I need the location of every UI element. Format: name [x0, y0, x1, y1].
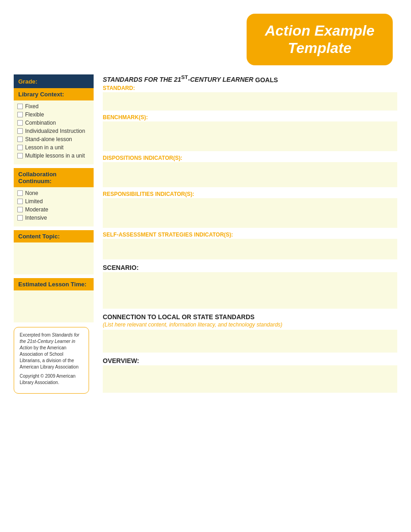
- self-assessment-label: SELF-ASSESSMENT STRATEGIES INDICATOR(S):: [103, 232, 397, 238]
- overview-field[interactable]: [103, 365, 397, 393]
- list-item: Intensive: [17, 215, 90, 221]
- content-topic-header: Content Topic:: [14, 230, 94, 242]
- header: Action Example Template: [0, 0, 411, 74]
- checkbox[interactable]: [17, 207, 23, 212]
- responsibilities-label: RESPONSIBILITIES INDICATOR(S):: [103, 191, 397, 197]
- grade-section: Grade:: [14, 74, 94, 88]
- connection-heading: CONNECTION TO LOCAL OR STATE STANDARDS: [103, 313, 397, 321]
- benchmark-label: BENCHMARK(S):: [103, 114, 397, 121]
- grade-label: Grade:: [18, 78, 37, 85]
- footnote-box: Excerpted from Standards for the 21st-Ce…: [14, 327, 89, 394]
- content-area: STANDARDS FOR THE 21ST-CENTURY LEARNER G…: [103, 74, 397, 397]
- connection-field[interactable]: [103, 330, 397, 353]
- overview-heading: OVERVIEW:: [103, 357, 397, 364]
- content-topic-area: [14, 242, 94, 274]
- scenario-heading: SCENARIO:: [103, 264, 397, 271]
- title-box: Action Example Template: [247, 14, 393, 65]
- checkbox[interactable]: [17, 104, 23, 109]
- scenario-field[interactable]: [103, 272, 397, 309]
- library-context-list: Fixed Flexible Combination Individualize…: [14, 100, 94, 164]
- list-item: Stand-alone lesson: [17, 136, 90, 142]
- list-item: Lesson in a unit: [17, 144, 90, 151]
- list-item: Fixed: [17, 103, 90, 110]
- checkbox[interactable]: [17, 153, 23, 158]
- dispositions-label: DISPOSITIONS INDICATOR(S):: [103, 155, 397, 161]
- list-item: None: [17, 190, 90, 196]
- main-layout: Grade: Library Context: Fixed Flexible C…: [0, 74, 411, 406]
- benchmark-field[interactable]: [103, 121, 397, 151]
- page-title: Action Example Template: [265, 22, 374, 57]
- checkbox[interactable]: [17, 120, 23, 126]
- footnote-text: Excerpted from Standards for the 21st-Ce…: [20, 332, 83, 370]
- estimated-lesson-area: [14, 290, 94, 322]
- standards-title: STANDARDS FOR THE 21ST-CENTURY LEARNER G…: [103, 74, 397, 84]
- list-item: Combination: [17, 120, 90, 126]
- standard-field[interactable]: [103, 92, 397, 111]
- dispositions-field[interactable]: [103, 162, 397, 187]
- collaboration-header: Collaboration Continuum:: [14, 168, 94, 187]
- responsibilities-field[interactable]: [103, 198, 397, 228]
- connection-sub: (List here relevant content, information…: [103, 321, 397, 328]
- checkbox[interactable]: [17, 215, 23, 221]
- list-item: Flexible: [17, 111, 90, 118]
- checkbox[interactable]: [17, 199, 23, 204]
- checkbox[interactable]: [17, 112, 23, 117]
- list-item: Limited: [17, 198, 90, 205]
- collaboration-list: None Limited Moderate Intensive: [14, 187, 94, 226]
- checkbox[interactable]: [17, 145, 23, 150]
- standard-label: STANDARD:: [103, 85, 397, 91]
- checkbox[interactable]: [17, 128, 23, 134]
- list-item: Individualized Instruction: [17, 128, 90, 134]
- checkbox[interactable]: [17, 137, 23, 142]
- checkbox[interactable]: [17, 190, 23, 196]
- list-item: Multiple lessons in a unit: [17, 153, 90, 159]
- copyright-text: Copyright © 2009 American Library Associ…: [20, 373, 83, 386]
- list-item: Moderate: [17, 206, 90, 213]
- self-assessment-field[interactable]: [103, 239, 397, 259]
- sidebar: Grade: Library Context: Fixed Flexible C…: [14, 74, 94, 397]
- library-context-header: Library Context:: [14, 88, 94, 100]
- estimated-lesson-header: Estimated Lesson Time:: [14, 278, 94, 290]
